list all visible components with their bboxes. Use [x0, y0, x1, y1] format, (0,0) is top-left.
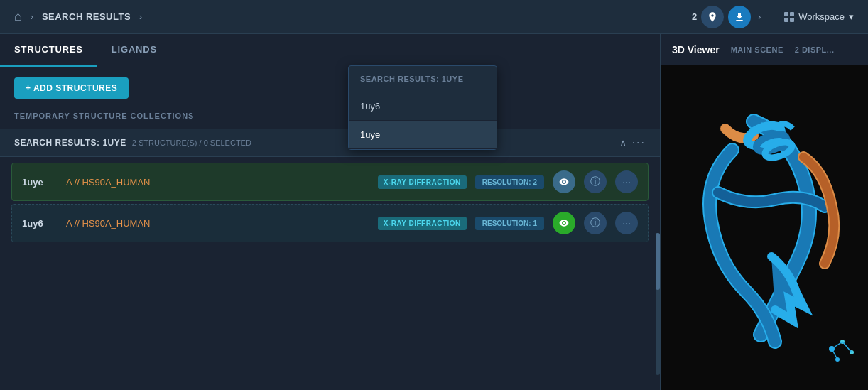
scroll-thumb	[656, 233, 660, 290]
location-icon-btn[interactable]	[701, 6, 724, 28]
viewer-tab-main-scene[interactable]: MAIN SCENE	[731, 45, 783, 54]
workspace-label: Workspace	[798, 11, 845, 22]
resolution-tag-1uye: RESOLUTION: 2	[475, 175, 544, 189]
structure-row-1uy6: 1uy6 A // HS90A_HUMAN X-RAY DIFFRACTION …	[11, 204, 649, 242]
collection-actions: ∧ ···	[619, 136, 646, 149]
info-button-1uy6[interactable]: ⓘ	[584, 212, 607, 234]
viewer-tab-displ[interactable]: 2 DISPL...	[795, 45, 835, 54]
workspace-button[interactable]: Workspace ▾	[779, 9, 859, 25]
viewer-content	[661, 65, 868, 390]
collection-title: SEARCH RESULTS: 1UYE	[14, 138, 126, 148]
structure-id-1uye: 1uye	[22, 177, 58, 188]
home-icon[interactable]: ⌂	[9, 6, 28, 27]
resolution-tag-1uy6: RESOLUTION: 1	[475, 217, 544, 230]
workspace-chevron: ▾	[849, 11, 854, 22]
nav-search-results[interactable]: SEARCH RESULTS	[36, 9, 136, 25]
viewer-tabs: 3D Viewer MAIN SCENE 2 DISPL...	[661, 34, 868, 65]
collection-more-button[interactable]: ···	[632, 136, 646, 149]
top-nav: ⌂ › SEARCH RESULTS › 2 › Workspace ▾	[0, 0, 868, 34]
breadcrumb-dropdown: SEARCH RESULTS: 1UYE 1uy6 1uye	[348, 65, 497, 150]
collapse-button[interactable]: ∧	[619, 137, 626, 148]
right-panel: 3D Viewer MAIN SCENE 2 DISPL...	[661, 34, 868, 390]
collection-header: SEARCH RESULTS: 1UYE 2 STRUCTURE(S) / 0 …	[0, 129, 660, 157]
section-title: TEMPORARY STRUCTURE COLLECTIONS	[0, 109, 660, 129]
svg-line-4	[832, 349, 837, 359]
nav-chevron-2: ›	[139, 12, 142, 22]
structures-list: 1uye A // HS90A_HUMAN X-RAY DIFFRACTION …	[0, 163, 660, 242]
eye-button-1uye[interactable]	[553, 170, 575, 193]
main-content: STRUCTURES LIGANDS + ADD STRUCTURES TEMP…	[0, 34, 868, 390]
dropdown-item-1uy6[interactable]: 1uy6	[349, 92, 497, 121]
nav-divider	[771, 9, 771, 26]
svg-line-2	[832, 342, 842, 349]
structure-chain-1uy6: A // HS90A_HUMAN	[66, 218, 369, 229]
eye-button-1uy6[interactable]	[553, 212, 575, 234]
svg-line-6	[842, 342, 852, 352]
protein-3d-visual	[661, 65, 867, 390]
nav-chevron-3: ›	[758, 12, 761, 22]
method-tag-1uy6: X-RAY DIFFRACTION	[378, 217, 467, 230]
viewer-title: 3D Viewer	[672, 44, 720, 55]
download-icon-btn[interactable]	[728, 6, 751, 28]
workspace-grid-icon	[784, 12, 794, 22]
structure-chain-1uye: A // HS90A_HUMAN	[66, 177, 369, 188]
add-structures-button[interactable]: + ADD STRUCTURES	[14, 77, 129, 99]
nav-right: 2 › Workspace ▾	[692, 6, 859, 28]
dropdown-item-1uye[interactable]: 1uye	[349, 121, 497, 149]
tab-structures[interactable]: STRUCTURES	[0, 34, 97, 67]
nav-chevron-1: ›	[31, 12, 33, 22]
scroll-track[interactable]	[656, 233, 660, 375]
collection-meta: 2 STRUCTURE(S) / 0 SELECTED	[132, 139, 251, 147]
structure-row: 1uye A // HS90A_HUMAN X-RAY DIFFRACTION …	[11, 163, 649, 201]
method-tag-1uye: X-RAY DIFFRACTION	[378, 175, 467, 189]
more-button-1uye[interactable]: ···	[615, 170, 638, 193]
structure-id-1uy6: 1uy6	[22, 218, 58, 229]
tabs-row: STRUCTURES LIGANDS	[0, 34, 660, 67]
more-button-1uy6[interactable]: ···	[615, 212, 638, 234]
info-button-1uye[interactable]: ⓘ	[584, 170, 607, 193]
left-panel: STRUCTURES LIGANDS + ADD STRUCTURES TEMP…	[0, 34, 661, 390]
dropdown-header: SEARCH RESULTS: 1UYE	[349, 66, 497, 92]
tab-ligands[interactable]: LIGANDS	[97, 34, 171, 67]
nav-num: 2	[692, 11, 697, 22]
